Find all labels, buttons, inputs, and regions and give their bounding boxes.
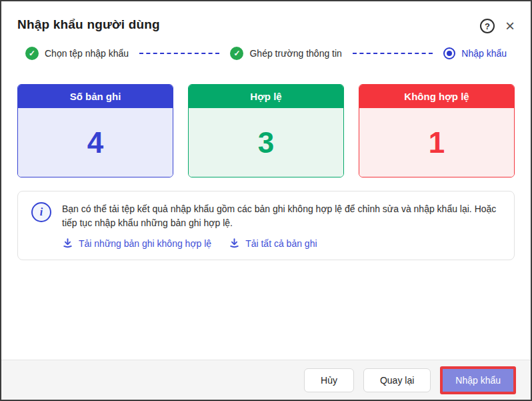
download-icon: [229, 238, 240, 249]
download-icon: [62, 238, 73, 249]
info-box: i Bạn có thể tải tệp kết quả nhập khẩu g…: [17, 191, 515, 260]
close-icon[interactable]: ×: [505, 19, 515, 33]
summary-cards: Số bản ghi 4 Hợp lệ 3 Không hợp lệ 1: [17, 84, 515, 177]
check-icon: ✓: [25, 47, 39, 60]
step-label: Nhập khẩu: [461, 48, 507, 59]
import-users-dialog: Nhập khẩu người dùng ? × ✓ Chọn tệp nhập…: [0, 0, 532, 401]
dialog-header: Nhập khẩu người dùng ? ×: [1, 1, 531, 33]
card-total-records: Số bản ghi 4: [17, 84, 173, 177]
import-button[interactable]: Nhập khẩu: [440, 366, 516, 394]
cancel-button[interactable]: Hủy: [304, 368, 354, 392]
card-value: 4: [18, 108, 173, 177]
header-actions: ? ×: [480, 19, 515, 33]
card-value: 1: [359, 108, 514, 177]
card-title: Không hợp lệ: [359, 85, 514, 108]
check-icon: ✓: [230, 47, 243, 60]
step-map-fields: ✓ Ghép trường thông tin: [230, 47, 341, 60]
info-links: Tải những bản ghi không hợp lệ Tải tất c…: [62, 238, 501, 249]
step-label: Ghép trường thông tin: [249, 48, 341, 59]
step-import: Nhập khẩu: [443, 47, 507, 59]
info-icon: i: [31, 202, 51, 222]
info-message: Bạn có thể tải tệp kết quả nhập khẩu gồm…: [62, 202, 501, 230]
card-valid-records: Hợp lệ 3: [188, 84, 344, 177]
back-button[interactable]: Quay lại: [363, 368, 431, 392]
dialog-footer: Hủy Quay lại Nhập khẩu: [1, 360, 531, 400]
card-invalid-records: Không hợp lệ 1: [359, 84, 515, 177]
card-title: Số bản ghi: [18, 85, 173, 108]
stepper-connector: [139, 53, 219, 54]
content-spacer: [1, 260, 531, 360]
card-value: 3: [189, 108, 343, 177]
stepper-connector: [353, 53, 433, 54]
radio-selected-icon: [443, 47, 455, 59]
help-icon[interactable]: ?: [480, 19, 495, 33]
step-choose-file: ✓ Chọn tệp nhập khẩu: [25, 47, 129, 60]
card-title: Hợp lệ: [189, 85, 343, 108]
download-link-label: Tải những bản ghi không hợp lệ: [79, 238, 211, 249]
download-all-records-link[interactable]: Tải tất cả bản ghi: [229, 238, 317, 249]
info-content: Bạn có thể tải tệp kết quả nhập khẩu gồm…: [62, 202, 501, 249]
page-title: Nhập khẩu người dùng: [17, 17, 160, 32]
import-stepper: ✓ Chọn tệp nhập khẩu ✓ Ghép trường thông…: [25, 47, 507, 60]
step-label: Chọn tệp nhập khẩu: [45, 48, 129, 59]
download-link-label: Tải tất cả bản ghi: [245, 238, 317, 249]
download-invalid-records-link[interactable]: Tải những bản ghi không hợp lệ: [62, 238, 211, 249]
